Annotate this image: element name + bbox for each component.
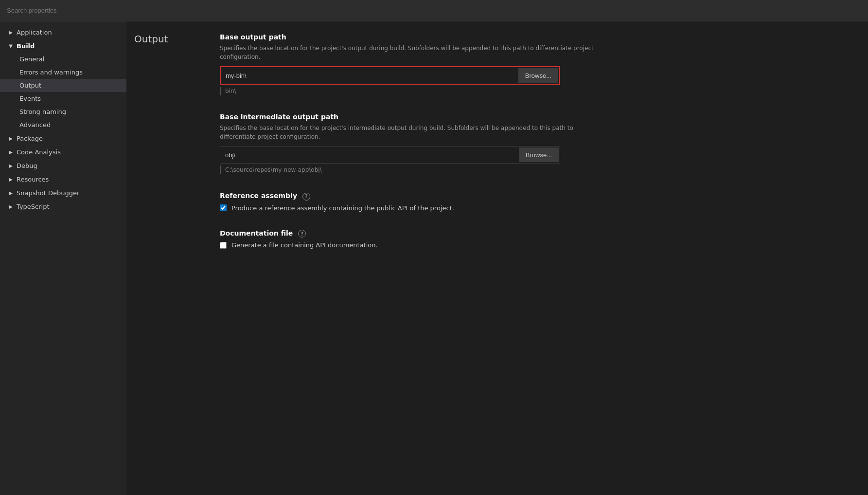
section-title: Output (134, 33, 196, 45)
sidebar-item-label: TypeScript (17, 203, 50, 210)
search-bar (0, 0, 868, 21)
base-intermediate-output-path-input[interactable] (221, 147, 516, 162)
sidebar-item-label: General (19, 55, 44, 63)
reference-assembly-section: Reference assembly ? Produce a reference… (220, 192, 852, 212)
sidebar-item-advanced[interactable]: Advanced (0, 118, 126, 131)
sidebar-item-label: Package (17, 135, 43, 142)
documentation-file-help-icon[interactable]: ? (298, 230, 306, 238)
sidebar: ▶ Application ▼ Build General Errors and… (0, 21, 126, 495)
documentation-file-checkbox-label[interactable]: Generate a file containing API documenta… (231, 241, 378, 249)
sidebar-item-label: Debug (17, 162, 37, 169)
base-intermediate-output-path-section: Base intermediate output path Specifies … (220, 113, 852, 174)
chevron-right-icon: ▶ (7, 134, 15, 142)
base-intermediate-output-path-description: Specifies the base location for the proj… (220, 124, 609, 141)
sidebar-item-output[interactable]: Output (0, 79, 126, 92)
base-output-path-description: Specifies the base location for the proj… (220, 44, 609, 61)
main-layout: ▶ Application ▼ Build General Errors and… (0, 21, 868, 495)
sidebar-item-label: Build (17, 42, 35, 50)
sidebar-item-label: Code Analysis (17, 148, 61, 156)
base-output-path-browse-button[interactable]: Browse... (518, 68, 558, 83)
chevron-right-icon: ▶ (7, 162, 15, 169)
reference-assembly-label: Reference assembly ? (220, 192, 852, 201)
sidebar-item-label: Strong naming (19, 108, 66, 115)
sidebar-item-label: Events (19, 95, 41, 102)
sidebar-item-resources[interactable]: ▶ Resources (0, 172, 126, 186)
sidebar-item-label: Resources (17, 176, 49, 183)
sidebar-item-label: Snapshot Debugger (17, 189, 79, 197)
section-title-panel: Output (126, 21, 204, 495)
sidebar-item-label: Output (19, 82, 41, 89)
sidebar-item-general[interactable]: General (0, 53, 126, 66)
base-output-path-label: Base output path (220, 33, 852, 41)
sidebar-item-label: Errors and warnings (19, 69, 83, 76)
base-output-path-hint: bin\ (220, 87, 852, 95)
chevron-right-icon: ▶ (7, 148, 15, 156)
sidebar-item-build[interactable]: ▼ Build (0, 39, 126, 53)
base-intermediate-output-path-hint: C:\source\repos\my-new-app\obj\ (220, 165, 852, 174)
sidebar-item-strong-naming[interactable]: Strong naming (0, 105, 126, 118)
base-output-path-input[interactable] (222, 68, 515, 83)
chevron-right-icon: ▶ (7, 175, 15, 183)
sidebar-item-package[interactable]: ▶ Package (0, 131, 126, 145)
content-area: Output Base output path Specifies the ba… (126, 21, 868, 495)
chevron-right-icon: ▶ (7, 189, 15, 197)
sidebar-item-events[interactable]: Events (0, 92, 126, 105)
sidebar-item-code-analysis[interactable]: ▶ Code Analysis (0, 145, 126, 159)
sidebar-item-debug[interactable]: ▶ Debug (0, 159, 126, 172)
base-intermediate-output-path-input-row: Browse... (220, 146, 560, 164)
base-output-path-input-row: Browse... (220, 66, 560, 85)
sidebar-item-typescript[interactable]: ▶ TypeScript (0, 200, 126, 213)
reference-assembly-help-icon[interactable]: ? (302, 193, 310, 201)
documentation-file-section: Documentation file ? Generate a file con… (220, 229, 852, 249)
base-intermediate-output-path-browse-button[interactable]: Browse... (519, 147, 559, 162)
chevron-right-icon: ▶ (7, 202, 15, 210)
sidebar-item-application[interactable]: ▶ Application (0, 25, 126, 39)
documentation-file-checkbox[interactable] (220, 242, 227, 249)
chevron-right-icon: ▶ (7, 28, 15, 36)
sidebar-item-errors-warnings[interactable]: Errors and warnings (0, 66, 126, 79)
reference-assembly-checkbox-row: Produce a reference assembly containing … (220, 204, 852, 212)
base-intermediate-output-path-label: Base intermediate output path (220, 113, 852, 121)
base-output-path-section: Base output path Specifies the base loca… (220, 33, 852, 95)
documentation-file-label: Documentation file ? (220, 229, 852, 238)
reference-assembly-checkbox-label[interactable]: Produce a reference assembly containing … (231, 204, 454, 212)
sidebar-item-label: Advanced (19, 121, 51, 128)
sidebar-item-snapshot-debugger[interactable]: ▶ Snapshot Debugger (0, 186, 126, 200)
main-content: Base output path Specifies the base loca… (204, 21, 868, 495)
documentation-file-checkbox-row: Generate a file containing API documenta… (220, 241, 852, 249)
chevron-down-icon: ▼ (7, 42, 15, 50)
sidebar-item-label: Application (17, 29, 52, 36)
search-input[interactable] (7, 7, 861, 14)
reference-assembly-checkbox[interactable] (220, 204, 227, 211)
